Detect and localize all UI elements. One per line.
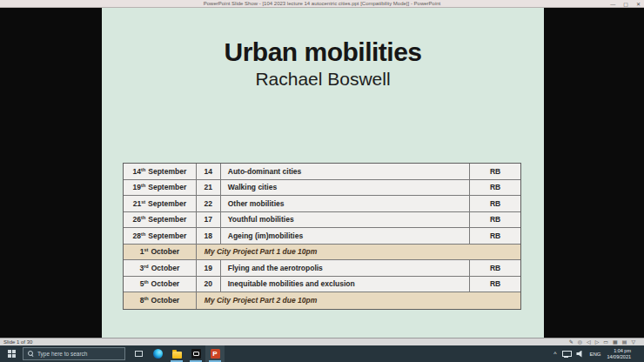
speaker-icon[interactable] xyxy=(576,351,583,358)
lecture-number-cell: 17 xyxy=(197,212,221,228)
powerpoint-button[interactable]: P xyxy=(205,345,225,362)
edge-icon xyxy=(153,349,163,359)
window-titlebar: PowerPoint Slide Show - [104 2023 lectur… xyxy=(0,0,644,8)
topic-cell: Other mobilities xyxy=(221,196,470,211)
date-cell: 14thSeptember xyxy=(124,164,197,179)
windows-logo-icon xyxy=(8,350,16,358)
clock[interactable]: 1:04 pm 14/09/2021 xyxy=(607,348,631,360)
project-note-cell: My City Project Part 1 due 10pm xyxy=(197,245,520,260)
edge-button[interactable] xyxy=(148,345,167,362)
table-row: 19thSeptember 21 Walking cities RB xyxy=(124,180,520,197)
date-cell: 1stOctober xyxy=(124,245,197,260)
lecture-number-cell: 14 xyxy=(197,164,221,179)
close-icon[interactable]: ✕ xyxy=(636,1,641,7)
table-row: 21stSeptember 22 Other mobilities RB xyxy=(124,196,520,212)
presenter-cell: RB xyxy=(470,164,520,179)
table-row: 14thSeptember 14 Auto-dominant cities RB xyxy=(124,164,520,180)
tray-chevron-icon[interactable]: ^ xyxy=(553,351,556,357)
lecture-number-cell: 18 xyxy=(197,228,221,244)
slide-indicator: Slide 1 of 30 xyxy=(3,339,32,345)
table-row: 28thSeptember 18 Ageing (im)mobilities R… xyxy=(124,228,520,245)
date-cell: 21stSeptember xyxy=(124,196,197,211)
video-app-icon xyxy=(191,349,201,359)
window-controls: — ▢ ✕ xyxy=(610,0,641,8)
topic-cell: Inequitable mobilities and exclusion xyxy=(221,277,470,292)
presenter-cell: RB xyxy=(470,180,520,196)
powerpoint-icon: P xyxy=(211,349,220,359)
topic-cell: Youthful mobilities xyxy=(221,212,470,228)
file-explorer-button[interactable] xyxy=(167,345,186,362)
taskbar-app-icons: P xyxy=(129,345,225,362)
start-button[interactable] xyxy=(0,345,23,362)
lecture-number-cell: 20 xyxy=(197,277,221,292)
minimize-icon[interactable]: — xyxy=(610,2,615,7)
presenter-cell: RB xyxy=(470,212,520,228)
topic-cell: Auto-dominant cities xyxy=(221,164,470,179)
slide-subtitle: Rachael Boswell xyxy=(102,69,544,90)
project-note-cell: My City Project Part 2 due 10pm xyxy=(197,292,520,309)
presenter-cell: RB xyxy=(470,260,520,276)
presenter-cell: RB xyxy=(470,277,520,292)
table-row: 5thOctober 20 Inequitable mobilities and… xyxy=(124,277,520,293)
search-input[interactable]: Type here to search xyxy=(23,347,125,360)
topic-cell: Flying and the aerotropolis xyxy=(221,260,470,276)
tray-time: 1:04 pm xyxy=(607,348,631,354)
date-cell: 3rdOctober xyxy=(124,260,197,276)
next-slide-icon[interactable]: ▷ xyxy=(595,339,600,345)
video-app-button[interactable] xyxy=(186,345,205,362)
topic-cell: Ageing (im)mobilities xyxy=(221,228,470,244)
date-cell: 8thOctober xyxy=(124,292,197,309)
folder-icon xyxy=(172,352,182,359)
slide-title: Urban mobilities xyxy=(102,37,544,67)
date-cell: 19thSeptember xyxy=(124,180,197,196)
date-cell: 5thOctober xyxy=(124,277,197,292)
lecture-number-cell: 19 xyxy=(197,260,221,276)
maximize-icon[interactable]: ▢ xyxy=(623,1,628,7)
taskbar: Type here to search P ^ ENG 1:04 pm 14/0… xyxy=(0,345,644,362)
task-view-button[interactable] xyxy=(129,345,148,362)
previous-slide-icon[interactable]: ◁ xyxy=(587,339,591,345)
language-indicator[interactable]: ENG xyxy=(589,352,600,357)
schedule-table: 14thSeptember 14 Auto-dominant cities RB… xyxy=(123,163,521,310)
presenter-cell: RB xyxy=(470,196,520,211)
topic-cell: Walking cities xyxy=(221,180,470,196)
network-icon[interactable] xyxy=(562,351,570,358)
lecture-number-cell: 21 xyxy=(197,180,221,196)
project-deadline-row: 8thOctober My City Project Part 2 due 10… xyxy=(124,292,520,309)
reading-view-icon[interactable]: ▤ xyxy=(622,339,627,345)
desktop-screen: PowerPoint Slide Show - [104 2023 lectur… xyxy=(0,0,644,362)
zoom-chevron-icon[interactable]: ▽ xyxy=(631,339,635,345)
annotations-menu-icon[interactable]: ◎ xyxy=(578,339,582,345)
statusbar: Slide 1 of 30 ✎ ◎ ◁ ▷ ▭ ▦ ▤ ▽ xyxy=(0,338,644,345)
search-placeholder: Type here to search xyxy=(37,351,87,357)
table-row: 3rdOctober 19 Flying and the aerotropoli… xyxy=(124,260,520,277)
pen-icon[interactable]: ✎ xyxy=(569,339,574,345)
normal-view-icon[interactable]: ▭ xyxy=(603,339,608,345)
slide-sorter-icon[interactable]: ▦ xyxy=(613,339,618,345)
date-cell: 26thSeptember xyxy=(124,212,197,228)
presenter-cell: RB xyxy=(470,228,520,244)
table-row: 26thSeptember 17 Youthful mobilities RB xyxy=(124,212,520,229)
system-tray: ^ ENG 1:04 pm 14/09/2021 xyxy=(553,345,644,362)
date-cell: 28thSeptember xyxy=(124,228,197,244)
lecture-number-cell: 22 xyxy=(197,196,221,211)
slide-canvas[interactable]: Urban mobilities Rachael Boswell 14thSep… xyxy=(102,8,544,338)
task-view-icon xyxy=(135,351,143,357)
statusbar-controls: ✎ ◎ ◁ ▷ ▭ ▦ ▤ ▽ xyxy=(569,339,635,345)
search-icon xyxy=(28,351,34,357)
window-title: PowerPoint Slide Show - [104 2023 lectur… xyxy=(204,1,440,6)
project-deadline-row: 1stOctober My City Project Part 1 due 10… xyxy=(124,245,520,261)
tray-date: 14/09/2021 xyxy=(607,354,631,360)
